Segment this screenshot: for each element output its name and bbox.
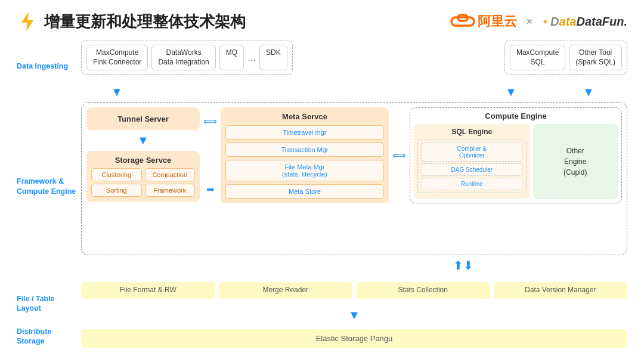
aliyun-text: 阿里云: [478, 13, 517, 30]
timetravel-box: Timetravel mgr: [225, 125, 384, 140]
label-framework-spacer: Framework & Compute Engine: [17, 87, 81, 286]
meta-service-label: Meta Servce: [225, 112, 384, 121]
file-format-box: File Format & RW: [81, 282, 215, 299]
runtime-box: Runtime: [422, 178, 522, 190]
header-logos: 阿里云 × ✦ DataDataFun.: [450, 13, 627, 30]
framework-left-col: Tunnel Server ▼ Storage Servce Clusterin…: [86, 107, 200, 203]
mq-box: MQ: [219, 45, 244, 70]
arrow-lr-2: ⟺: [392, 150, 406, 161]
arrow-lr-1: ⟺: [203, 116, 217, 127]
cross-text: ×: [527, 16, 533, 28]
meta-store-box: Meta Store: [225, 184, 384, 199]
arrow-meta-compute: ⟺: [392, 107, 406, 203]
other-engine-box: Other Engine (Cupid): [533, 124, 618, 199]
other-tool-line2: (Spark SQL): [575, 58, 615, 67]
elastic-storage-box: Elastic Storage Pangu: [81, 329, 627, 348]
clustering-box: Clustering: [91, 168, 142, 181]
storage-service-label: Storage Servce: [91, 156, 195, 165]
maxcompute-sql-line2: SQL: [516, 58, 559, 67]
arrow-fw-file: ⬆⬇: [299, 258, 627, 273]
aliyun-logo: 阿里云: [450, 13, 517, 30]
arrow-down-right: ▼ ▼: [472, 85, 627, 99]
dataworks-line2: Data Integration: [158, 58, 209, 67]
tunnel-server-label: Tunnel Server: [117, 115, 169, 123]
datafun-logo: ✦ DataDataFun.: [542, 15, 627, 29]
arrow-down-1: ▼: [81, 85, 153, 99]
distribute-row: Elastic Storage Pangu: [81, 325, 627, 351]
page-title: 增量更新和处理整体技术架构: [44, 11, 246, 32]
arrow-file-dist: ▼: [81, 308, 627, 322]
arrow-tunnel-storage: ▼: [86, 134, 200, 147]
ingesting-left-group: MaxCompute Fink Connector DataWorks Data…: [81, 41, 293, 75]
arrow-r-1: ➡: [206, 184, 214, 195]
content-column: MaxCompute Fink Connector DataWorks Data…: [81, 41, 627, 351]
framework-outer: Tunnel Server ▼ Storage Servce Clusterin…: [81, 102, 627, 255]
architecture-icon: [17, 11, 38, 32]
tunnel-server-box: Tunnel Server: [86, 107, 200, 130]
compiler-box: Compiler & Optimizer: [422, 143, 522, 162]
storage-row2: Sorting Framework: [91, 184, 195, 197]
label-ingesting-spacer: Data Ingesting: [17, 45, 81, 87]
ingesting-right-group: MaxCompute SQL Other Tool (Spark SQL): [504, 41, 627, 75]
sdk-box: SDK: [259, 45, 287, 70]
meta-service-box: Meta Servce Timetravel mgr Transaction M…: [221, 107, 389, 203]
page: 增量更新和处理整体技术架构 阿里云 × ✦ DataDataFun.: [0, 0, 644, 362]
label-ingesting: Data Ingesting: [17, 61, 68, 71]
stats-collection-box: Stats Collection: [356, 282, 490, 299]
datafun-text: DataDataFun.: [550, 15, 627, 29]
maxcompute-fink-line1: MaxCompute: [93, 48, 141, 58]
label-dist-spacer: Distribute Storage: [17, 321, 81, 351]
label-column: Data Ingesting Framework & Compute Engin…: [17, 41, 81, 351]
other-engine-label: Other Engine (Cupid): [564, 146, 587, 178]
compute-inner: SQL Engine Compiler & Optimizer DAG Sche…: [414, 124, 618, 199]
dag-scheduler-box: DAG Scheduler: [422, 163, 522, 176]
header: 增量更新和处理整体技术架构 阿里云 × ✦ DataDataFun.: [17, 11, 627, 32]
data-version-box: Data Version Manager: [494, 282, 628, 299]
maxcompute-fink-line2: Fink Connector: [93, 58, 141, 67]
storage-service-box: Storage Servce Clustering Compaction Sor…: [86, 151, 200, 202]
dataworks-integration-box: DataWorks Data Integration: [151, 45, 215, 70]
aliyun-icon: [450, 13, 475, 30]
label-framework: Framework & Compute Engine: [17, 177, 76, 196]
compaction-box: Compaction: [145, 168, 196, 181]
file-meta-box: File Meta Mgr (stats, lifecycle): [225, 160, 384, 181]
h-arrows-col: ⟺ ➡: [203, 107, 217, 203]
maxcompute-sql-box: MaxCompute SQL: [510, 45, 565, 70]
file-layout-row: File Format & RW Merge Reader Stats Coll…: [81, 276, 627, 305]
maxcompute-sql-line1: MaxCompute: [516, 48, 559, 58]
other-tool-line1: Other Tool: [575, 48, 615, 58]
datafun-stars: ✦: [542, 17, 549, 26]
label-file: File / Table Layout: [17, 294, 81, 314]
sql-engine-box: SQL Engine Compiler & Optimizer DAG Sche…: [414, 124, 530, 199]
main-layout: Data Ingesting Framework & Compute Engin…: [17, 41, 627, 351]
label-file-spacer: File / Table Layout: [17, 286, 81, 321]
storage-row1: Clustering Compaction: [91, 168, 195, 181]
compute-engine-title: Compute Engine: [414, 112, 618, 120]
ingesting-arrow-row: ▼ ▼ ▼: [81, 85, 627, 99]
sorting-box: Sorting: [91, 184, 142, 197]
framework-inner-row: Tunnel Server ▼ Storage Servce Clusterin…: [86, 107, 622, 203]
framework-box: Framework: [145, 184, 196, 197]
header-left: 增量更新和处理整体技术架构: [17, 11, 246, 32]
compute-engine-outer: Compute Engine SQL Engine Compiler & Opt…: [410, 107, 622, 203]
sql-inner-dashed: Compiler & Optimizer DAG Scheduler Runti…: [417, 140, 527, 193]
ingesting-row: MaxCompute Fink Connector DataWorks Data…: [81, 41, 627, 82]
ellipsis: …: [247, 53, 256, 63]
maxcompute-fink-box: MaxCompute Fink Connector: [86, 45, 148, 70]
dataworks-line1: DataWorks: [158, 48, 209, 58]
other-tool-box: Other Tool (Spark SQL): [569, 45, 622, 70]
merge-reader-box: Merge Reader: [219, 282, 353, 299]
transaction-box: Transaction Mgr: [225, 143, 384, 157]
sql-engine-title: SQL Engine: [417, 128, 527, 136]
svg-marker-0: [21, 12, 33, 31]
label-dist: Distribute Storage: [17, 327, 81, 346]
